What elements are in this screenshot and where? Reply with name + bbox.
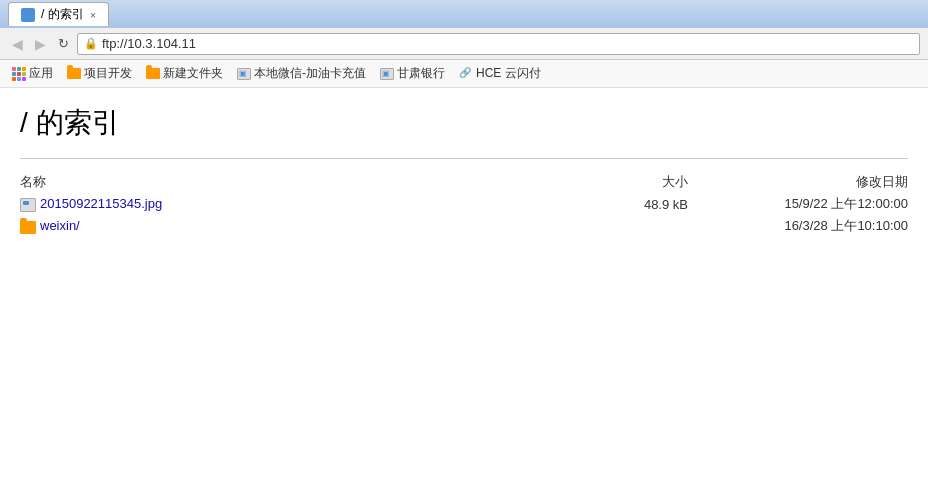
bookmark-hce-label: HCE 云闪付	[476, 65, 541, 82]
col-header-size: 大小	[628, 171, 708, 193]
title-bar: / 的索引 ×	[0, 0, 928, 28]
tab-label: / 的索引	[41, 6, 84, 23]
image-icon	[237, 68, 251, 80]
file-name-cell: weixin/	[20, 215, 628, 237]
file-date-cell: 15/9/22 上午12:00:00	[708, 193, 908, 215]
folder-icon	[67, 68, 81, 79]
page-title: / 的索引	[20, 104, 908, 142]
table-row: 20150922115345.jpg48.9 kB15/9/22 上午12:00…	[20, 193, 908, 215]
bookmark-wechat[interactable]: 本地微信-加油卡充值	[231, 63, 372, 84]
bookmarks-bar: 应用 项目开发 新建文件夹 本地微信-加油卡充值 甘肃银行 🔗 HCE 云闪付	[0, 60, 928, 88]
tab-favicon	[21, 8, 35, 22]
address-lock-icon: 🔒	[84, 37, 98, 50]
bookmark-newfolder[interactable]: 新建文件夹	[140, 63, 229, 84]
file-date-cell: 16/3/28 上午10:10:00	[708, 215, 908, 237]
file-table: 名称 大小 修改日期 20150922115345.jpg48.9 kB15/9…	[20, 171, 908, 237]
bookmark-bank-label: 甘肃银行	[397, 65, 445, 82]
tab-close-button[interactable]: ×	[90, 9, 96, 21]
bookmark-newfolder-label: 新建文件夹	[163, 65, 223, 82]
bookmark-apps[interactable]: 应用	[6, 63, 59, 84]
content-area: / 的索引 名称 大小 修改日期 20150922115345.jpg48.9 …	[0, 88, 928, 253]
col-header-date: 修改日期	[708, 171, 908, 193]
file-name-cell: 20150922115345.jpg	[20, 193, 628, 215]
bookmark-bank[interactable]: 甘肃银行	[374, 63, 451, 84]
nav-bar: ◀ ▶ ↻ 🔒 ftp://10.3.104.11	[0, 28, 928, 60]
forward-button[interactable]: ▶	[31, 34, 50, 54]
folder-icon-2	[146, 68, 160, 79]
file-link[interactable]: 20150922115345.jpg	[40, 196, 162, 211]
refresh-button[interactable]: ↻	[54, 34, 73, 53]
bookmark-wechat-label: 本地微信-加油卡充值	[254, 65, 366, 82]
address-bar[interactable]: 🔒 ftp://10.3.104.11	[77, 33, 920, 55]
link-icon: 🔗	[459, 67, 473, 81]
bookmark-hce[interactable]: 🔗 HCE 云闪付	[453, 63, 547, 84]
bookmark-apps-label: 应用	[29, 65, 53, 82]
bookmark-dev-label: 项目开发	[84, 65, 132, 82]
back-button[interactable]: ◀	[8, 34, 27, 54]
divider	[20, 158, 908, 159]
image-icon-2	[380, 68, 394, 80]
file-link[interactable]: weixin/	[40, 218, 80, 233]
address-text: ftp://10.3.104.11	[102, 36, 196, 51]
apps-icon	[12, 67, 26, 81]
file-size-cell: 48.9 kB	[628, 193, 708, 215]
bookmark-dev[interactable]: 项目开发	[61, 63, 138, 84]
file-icon	[20, 198, 36, 212]
file-size-cell	[628, 215, 708, 237]
folder-icon	[20, 221, 36, 234]
col-header-name: 名称	[20, 171, 628, 193]
browser-tab[interactable]: / 的索引 ×	[8, 2, 109, 26]
table-row: weixin/16/3/28 上午10:10:00	[20, 215, 908, 237]
